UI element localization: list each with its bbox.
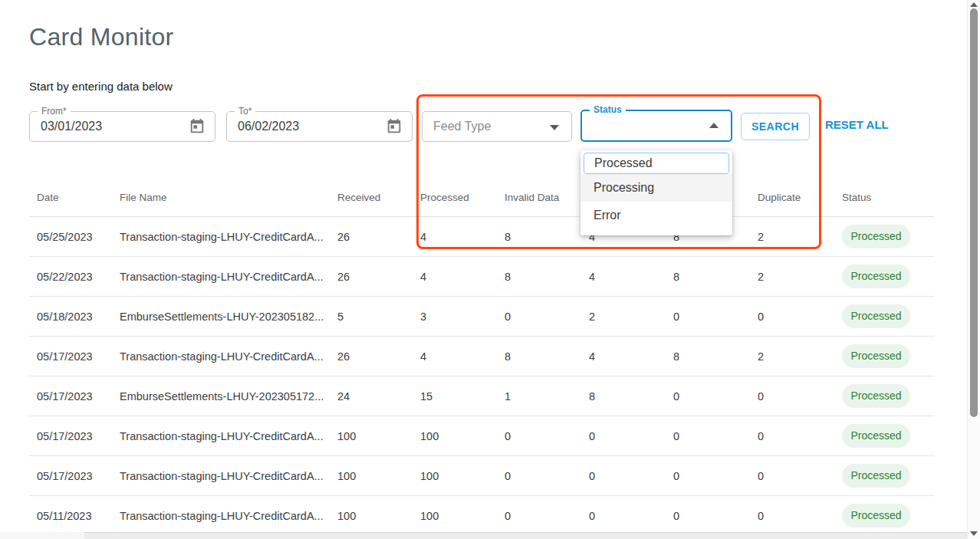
cell-processed: 4 xyxy=(420,350,505,363)
from-date-value[interactable]: 03/01/2023 xyxy=(41,112,102,141)
status-badge: Processed xyxy=(842,265,910,288)
table-row[interactable]: 05/17/2023 EmburseSettlements-LHUY-20230… xyxy=(29,376,934,416)
status-badge: Processed xyxy=(842,464,910,488)
cell-received: 100 xyxy=(337,430,420,442)
cell-duplicate: 2 xyxy=(758,350,842,363)
to-date-value[interactable]: 06/02/2023 xyxy=(238,112,299,141)
cell-duplicate: 0 xyxy=(758,470,842,482)
cell-file-name: EmburseSettlements-LHUY-202305182... xyxy=(120,311,337,323)
cell-date: 05/17/2023 xyxy=(29,390,120,403)
cell-date: 05/22/2023 xyxy=(29,271,120,283)
cell-processed: 4 xyxy=(420,271,505,283)
search-button[interactable]: SEARCH xyxy=(741,113,810,140)
cell-file-name: Transaction-staging-LHUY-CreditCardA... xyxy=(120,510,337,522)
vertical-scrollbar[interactable] xyxy=(967,0,980,539)
feed-type-select[interactable]: Feed Type xyxy=(422,111,572,142)
card-monitor-screen: Card Monitor Start by entering data belo… xyxy=(0,0,980,539)
cell-processed: 100 xyxy=(420,470,505,482)
column-header-file-name: File Name xyxy=(120,192,337,203)
column-header-date: Date xyxy=(29,192,120,203)
cell-duplicate: 2 xyxy=(758,271,842,283)
to-date-field[interactable]: To* 06/02/2023 xyxy=(226,111,413,142)
cell-hidden-2: 0 xyxy=(673,470,758,482)
cell-received: 26 xyxy=(337,271,420,283)
cell-date: 05/18/2023 xyxy=(29,311,120,323)
cell-invalid-data: 0 xyxy=(505,430,589,442)
cell-invalid-data: 1 xyxy=(505,390,589,403)
results-table: Date File Name Received Processed Invali… xyxy=(29,178,934,536)
status-label: Status xyxy=(590,104,626,115)
cell-hidden-2: 8 xyxy=(673,350,758,363)
cell-received: 5 xyxy=(337,311,420,323)
cell-processed: 100 xyxy=(420,430,505,442)
cell-file-name: Transaction-staging-LHUY-CreditCardA... xyxy=(120,231,337,243)
cell-invalid-data: 0 xyxy=(505,311,589,323)
cell-invalid-data: 8 xyxy=(505,271,589,283)
cell-date: 05/17/2023 xyxy=(29,430,120,442)
cell-invalid-data: 8 xyxy=(505,231,589,243)
chevron-up-icon xyxy=(709,123,719,128)
cell-duplicate: 0 xyxy=(758,430,842,442)
feed-type-placeholder: Feed Type xyxy=(433,112,491,141)
cell-hidden-2: 0 xyxy=(673,311,758,323)
cell-hidden-2: 0 xyxy=(673,430,758,442)
cell-hidden-1: 8 xyxy=(589,390,673,403)
cell-duplicate: 0 xyxy=(758,390,842,403)
table-row[interactable]: 05/11/2023 Transaction-staging-LHUY-Cred… xyxy=(29,496,934,536)
table-row[interactable]: 05/18/2023 EmburseSettlements-LHUY-20230… xyxy=(29,297,934,337)
arrow-up-icon[interactable] xyxy=(970,2,978,7)
cell-date: 05/11/2023 xyxy=(29,510,120,522)
column-header-invalid-data: Invalid Data xyxy=(505,192,589,203)
cell-hidden-2: 0 xyxy=(673,510,758,522)
cell-date: 05/17/2023 xyxy=(29,470,120,482)
status-badge: Processed xyxy=(842,504,910,527)
cell-received: 26 xyxy=(337,231,420,243)
cell-file-name: Transaction-staging-LHUY-CreditCardA... xyxy=(120,271,337,283)
cell-invalid-data: 8 xyxy=(505,350,589,363)
status-badge: Processed xyxy=(842,344,910,368)
status-dropdown-menu: Processed Processing Error xyxy=(580,150,732,235)
table-row[interactable]: 05/17/2023 Transaction-staging-LHUY-Cred… xyxy=(29,416,934,456)
status-option-processed[interactable]: Processed xyxy=(584,153,729,174)
page-subtitle: Start by entering data below xyxy=(29,80,173,93)
cell-file-name: EmburseSettlements-LHUY-202305172... xyxy=(120,390,337,403)
cell-hidden-1: 0 xyxy=(589,470,673,482)
chevron-down-icon xyxy=(550,125,559,130)
cell-hidden-2: 0 xyxy=(673,390,758,403)
arrow-down-icon[interactable] xyxy=(970,531,978,536)
table-row[interactable]: 05/17/2023 Transaction-staging-LHUY-Cred… xyxy=(29,337,934,376)
status-option-error[interactable]: Error xyxy=(580,202,732,229)
reset-all-link[interactable]: RESET ALL xyxy=(825,118,889,131)
status-badge: Processed xyxy=(842,424,910,448)
cell-file-name: Transaction-staging-LHUY-CreditCardA... xyxy=(120,350,337,363)
horizontal-scrollbar-thumb[interactable] xyxy=(84,532,967,539)
table-row[interactable]: 05/25/2023 Transaction-staging-LHUY-Cred… xyxy=(29,217,934,257)
table-row[interactable]: 05/22/2023 Transaction-staging-LHUY-Cred… xyxy=(29,257,934,297)
cell-invalid-data: 0 xyxy=(505,470,589,482)
cell-processed: 3 xyxy=(420,311,505,323)
cell-duplicate: 0 xyxy=(758,311,842,323)
column-header-status: Status xyxy=(842,192,934,203)
cell-duplicate: 2 xyxy=(758,231,842,243)
table-row[interactable]: 05/17/2023 Transaction-staging-LHUY-Cred… xyxy=(29,456,934,496)
column-header-processed: Processed xyxy=(420,192,505,203)
from-date-field[interactable]: From* 03/01/2023 xyxy=(29,111,215,142)
column-header-duplicate: Duplicate xyxy=(758,192,842,203)
cell-file-name: Transaction-staging-LHUY-CreditCardA... xyxy=(120,430,337,442)
horizontal-scrollbar[interactable] xyxy=(0,532,967,539)
status-option-processing[interactable]: Processing xyxy=(580,174,732,202)
cell-hidden-1: 0 xyxy=(589,510,673,522)
cell-date: 05/25/2023 xyxy=(29,231,120,243)
page-title: Card Monitor xyxy=(29,23,174,51)
table-body: 05/25/2023 Transaction-staging-LHUY-Cred… xyxy=(29,217,934,536)
cell-hidden-1: 4 xyxy=(589,350,673,363)
calendar-icon[interactable] xyxy=(386,118,403,135)
cell-hidden-2: 8 xyxy=(673,271,758,283)
cell-duplicate: 0 xyxy=(758,510,842,522)
cell-hidden-1: 2 xyxy=(589,311,673,323)
calendar-icon[interactable] xyxy=(189,118,206,135)
status-select[interactable]: Status xyxy=(580,110,732,142)
vertical-scrollbar-thumb[interactable] xyxy=(970,8,978,417)
status-badge: Processed xyxy=(842,304,910,328)
column-header-received: Received xyxy=(337,192,420,203)
